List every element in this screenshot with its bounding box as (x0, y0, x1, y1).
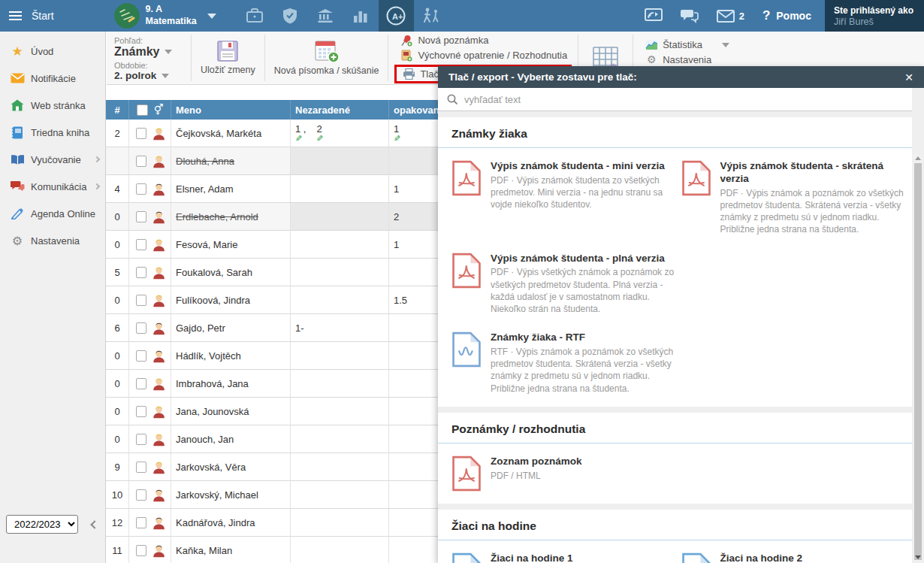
bank-icon[interactable] (308, 0, 343, 32)
logged-in-label: Ste prihlásený ako (834, 5, 913, 16)
open-book-icon (8, 154, 27, 165)
save-changes-button[interactable]: Uložiť zmeny (192, 32, 264, 84)
report-item[interactable]: Výpis známok študenta - mini verziaPDF ·… (451, 160, 675, 236)
row-checkbox[interactable] (136, 489, 146, 501)
class-name: 9. A (146, 4, 197, 16)
report-item[interactable]: Žiaci na hodine 1PDF / HTML · Tabuľka: M… (451, 552, 675, 563)
house-icon (8, 99, 27, 111)
logged-in-user[interactable]: Ste prihlásený ako Jiří Bureš (825, 0, 924, 32)
pdf-file-icon (451, 253, 482, 289)
pdf-file-icon (681, 552, 711, 563)
sidebar-item-web-stranka[interactable]: Web stránka (0, 92, 105, 119)
sidebar-item-nastavenia[interactable]: ⚙ Nastavenia (0, 227, 105, 254)
collapse-sidebar-icon[interactable] (90, 520, 98, 528)
pdf-file-icon (451, 160, 482, 196)
school-year-select[interactable]: 2022/2023 (6, 515, 78, 534)
table-row[interactable]: 0 Imbrahová, Jana (106, 370, 459, 398)
student-avatar-male (152, 209, 166, 225)
scroll-down-icon[interactable] (915, 555, 921, 559)
row-checkbox[interactable] (136, 545, 146, 556)
report-item[interactable]: Výpis známok študenta - skrátená verziaP… (681, 160, 905, 236)
mail-icon[interactable]: 2 (717, 10, 744, 23)
new-note-button[interactable]: Nová poznámka (394, 33, 572, 48)
row-checkbox[interactable] (136, 434, 146, 445)
student-avatar-male (152, 320, 166, 336)
report-item[interactable]: Žiaci na hodine 2PDF / HTML · Tabuľka: M… (681, 552, 905, 563)
scroll-up-icon[interactable] (915, 156, 921, 160)
table-row[interactable]: 0 Fesová, Marie 1 (106, 231, 459, 259)
start-menu[interactable]: Štart (32, 10, 54, 22)
shield-icon[interactable] (273, 0, 308, 32)
row-checkbox[interactable] (136, 322, 146, 334)
select-all-checkbox[interactable] (137, 104, 148, 116)
row-checkbox[interactable] (136, 128, 146, 139)
table-row[interactable]: 11 Kaňka, Milan (106, 537, 459, 563)
sidebar-item-agenda-online[interactable]: Agenda Online (0, 200, 105, 227)
bar-chart-icon[interactable] (343, 0, 379, 32)
class-selector[interactable]: 9. A Matematika (114, 3, 216, 29)
table-row[interactable]: 0 Fulíkoová, Jindra 1.5 (106, 286, 459, 314)
row-checkbox[interactable] (136, 183, 146, 195)
view-dropdown[interactable]: Známky (114, 45, 183, 59)
table-row[interactable]: 9 Jarkovská, Věra (106, 453, 459, 481)
class-avatar (114, 3, 140, 29)
chat-icon[interactable] (681, 8, 699, 23)
table-row[interactable]: 4 Elsner, Adam 1 (106, 175, 459, 203)
row-checkbox[interactable] (136, 211, 146, 222)
cast-screen-icon[interactable] (645, 8, 663, 23)
sidebar-item-triedna-kniha[interactable]: Triedna kniha (0, 119, 105, 146)
period-dropdown[interactable]: 2. polrok (114, 70, 183, 81)
row-checkbox[interactable] (136, 267, 146, 278)
star-icon: ★ (8, 44, 27, 59)
table-row[interactable]: Dlouhá, Anna (106, 147, 459, 175)
table-row[interactable]: 2 Čejkovská, Markéta 1 ,✎ 2✎ 1✎ (106, 120, 459, 147)
table-row[interactable]: 0 Hádlík, Vojtěch (106, 342, 459, 370)
measure-button[interactable]: Výchovné opatrenie / Rozhodnutia (394, 48, 572, 63)
row-checkbox[interactable] (136, 517, 146, 528)
pdf-file-icon (681, 160, 711, 196)
row-checkbox[interactable] (136, 239, 146, 250)
student-avatar-female (152, 153, 166, 169)
sidebar-item-vyucovanie[interactable]: Vyučovanie (0, 146, 105, 173)
pushpin-icon (399, 35, 414, 47)
table-row[interactable]: 10 Jarkovský, Michael (106, 481, 459, 509)
attendance-icon[interactable] (414, 0, 449, 32)
table-row[interactable]: 12 Kadnářová, Jindra (106, 509, 459, 537)
row-checkbox[interactable] (136, 295, 146, 306)
statistics-button[interactable]: Štatistika (639, 38, 734, 52)
student-avatar-male (152, 181, 166, 197)
chevron-down-icon (207, 14, 216, 19)
row-checkbox[interactable] (136, 350, 146, 362)
search-icon (447, 94, 458, 105)
briefcase-icon[interactable] (237, 0, 273, 32)
new-test-button[interactable]: Nová písomka / skúšanie (265, 32, 388, 84)
pencil-icon: ✎ (394, 135, 400, 144)
report-item[interactable]: Známky žiaka - RTFRTF · Výpis známok a p… (451, 331, 675, 395)
table-row[interactable]: 0 Janouch, Jan (106, 425, 459, 453)
report-item[interactable]: Zoznam poznámokPDF / HTML (451, 456, 675, 492)
section-heading: Známky žiaka (438, 117, 912, 148)
table-row[interactable]: 6 Gajdo, Petr 1- (106, 314, 459, 342)
search-input[interactable] (464, 94, 903, 105)
row-checkbox[interactable] (136, 156, 146, 167)
modal-scrollbar[interactable] (913, 154, 922, 561)
close-icon[interactable]: ✕ (904, 71, 913, 83)
sidebar-item-komunikacia[interactable]: Komunikácia (0, 173, 105, 200)
table-row[interactable]: 0 Erdlebache, Arnold 2 (106, 203, 459, 231)
chevron-down-icon (165, 50, 172, 54)
settings-button[interactable]: ⚙ Nastavenia (639, 52, 734, 67)
row-checkbox[interactable] (136, 378, 146, 389)
scrollbar-thumb[interactable] (914, 163, 922, 560)
row-checkbox[interactable] (136, 462, 146, 473)
report-item[interactable]: Výpis známok študenta - plná verziaPDF ·… (451, 253, 675, 316)
section-znamky-ziaka: Známky žiaka Výpis známok študenta - min… (438, 117, 912, 407)
sidebar-item-notifikacie[interactable]: Notifikácie (0, 65, 105, 92)
section-poznamky: Poznámky / rozhodnutia Zoznam poznámokPD… (438, 413, 912, 504)
grades-icon[interactable]: A+ (379, 0, 414, 32)
table-row[interactable]: 5 Foukalová, Sarah (106, 259, 459, 286)
sidebar-item-uvod[interactable]: ★ Úvod (0, 38, 105, 65)
table-row[interactable]: 0 Jana, Jounovská (106, 398, 459, 425)
row-checkbox[interactable] (136, 406, 146, 417)
hamburger-menu-icon[interactable] (0, 11, 30, 20)
help-button[interactable]: ? Pomoc (762, 8, 811, 23)
